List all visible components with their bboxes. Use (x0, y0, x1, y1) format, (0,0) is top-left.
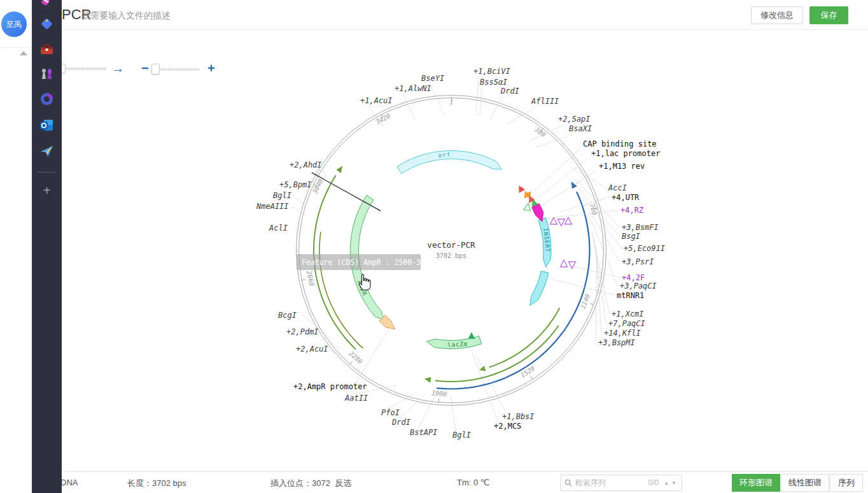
search-count: 0/0 (648, 478, 659, 487)
map-marker-triangle[interactable] (524, 203, 532, 211)
svg-text:+2,MCS: +2,MCS (494, 422, 521, 431)
svg-text:NmeAIII: NmeAIII (256, 202, 289, 211)
invert-selection-button[interactable]: 反选 (335, 478, 351, 488)
app-root: 13807601140152019002280266030403420orfAm… (0, 0, 868, 493)
map-label[interactable]: +1,BbsI (476, 355, 535, 421)
insert-position-value[interactable]: 3072 (312, 478, 330, 488)
svg-text:+3,PaqCI: +3,PaqCI (620, 282, 657, 290)
map-label[interactable]: BssSαI (480, 78, 507, 116)
map-label[interactable]: +4,2F (570, 266, 645, 282)
map-label[interactable]: NmeAIII (256, 202, 305, 215)
insert-position-line[interactable] (312, 173, 381, 211)
map-backbone (297, 96, 606, 406)
svg-text:+2,AmpR promoter: +2,AmpR promoter (293, 382, 367, 391)
svg-text:mtRNR1: mtRNR1 (617, 291, 644, 300)
svg-text:2660: 2660 (305, 270, 316, 287)
svg-text:+4,UTR: +4,UTR (612, 193, 640, 202)
rotate-slider-track[interactable] (66, 68, 107, 70)
svg-text:CAP binding site: CAP binding site (583, 139, 657, 148)
status-bar: DNA 长度：3702 bps 插入位点：3072 反选 Tm: 0 ℃ 检索序… (0, 471, 868, 493)
map-label[interactable]: BseYI (421, 74, 444, 114)
map-marker-triangle[interactable] (550, 218, 557, 224)
svg-text:+1,BbsI: +1,BbsI (502, 412, 535, 421)
svg-text:1140: 1140 (579, 293, 591, 310)
map-center-caption: vector-PCR3702 bps (427, 240, 475, 259)
svg-text:BseYI: BseYI (421, 74, 444, 83)
page-subtitle[interactable]: 我需要输入文件的描述 (81, 10, 171, 22)
map-label[interactable]: +1,lac promoter (538, 149, 660, 198)
map-arc-blue-ring[interactable] (437, 182, 589, 389)
svg-text:AflIII: AflIII (531, 97, 559, 106)
insert-position-label: 插入位点： (270, 478, 312, 488)
chess-icon[interactable] (39, 66, 54, 81)
map-label[interactable]: AclI (269, 224, 302, 234)
map-label[interactable]: +1,AlwNI (395, 84, 431, 120)
map-label[interactable]: +2,AmpR promoter (293, 327, 389, 391)
map-feature-insert-2[interactable] (530, 271, 549, 306)
insert-position-field: 插入位点：3072 反选 (270, 478, 351, 489)
map-marker-triangle[interactable] (515, 183, 525, 193)
svg-text:3702 bps: 3702 bps (436, 252, 466, 259)
save-button[interactable]: 保存 (809, 6, 848, 24)
map-marker-triangle[interactable] (565, 218, 572, 224)
modify-info-button[interactable]: 修改信息 (751, 6, 803, 24)
paper-plane-icon[interactable] (39, 144, 54, 159)
svg-text:BcgI: BcgI (278, 311, 297, 320)
svg-text:vector-PCR: vector-PCR (427, 240, 475, 250)
zoom-in-button[interactable]: + (207, 62, 215, 75)
svg-text:+3,BsmFI: +3,BsmFI (622, 223, 659, 232)
zoom-slider-handle[interactable] (151, 64, 160, 75)
map-tick: 2280 (347, 350, 363, 365)
svg-text:1900: 1900 (431, 389, 447, 397)
panel-divider (0, 47, 32, 48)
map-label[interactable]: DrdI (490, 87, 519, 118)
map-tick: 1520 (519, 365, 536, 380)
feature-tooltip: Feature (CDS) AmpR : 2500-3360 (297, 254, 421, 270)
svg-text:+1,AcuI: +1,AcuI (360, 96, 393, 105)
map-label[interactable]: +2,AhdI (290, 161, 326, 179)
toolbox-icon[interactable] (39, 42, 54, 57)
map-marker-triangle[interactable] (569, 262, 576, 268)
length-value: 3702 bps (152, 478, 186, 488)
svg-text:+7,PaqCI: +7,PaqCI (608, 319, 645, 328)
svg-text:+4,2F: +4,2F (622, 273, 645, 282)
dock-add-button[interactable]: + (32, 183, 62, 198)
svg-text:AatII: AatII (344, 394, 368, 403)
map-marker-triangle[interactable] (561, 261, 568, 267)
search-next-icon[interactable]: ▼ (671, 480, 676, 486)
zoom-slider-track[interactable] (160, 68, 200, 71)
rotate-arrow-icon[interactable]: → (111, 62, 124, 75)
search-input[interactable]: 检索序列 (575, 478, 648, 489)
tab-sequence[interactable]: 序列 (830, 474, 863, 492)
plasmid-map[interactable]: 13807601140152019002280266030403420orfAm… (0, 0, 868, 493)
svg-text:BglI: BglI (452, 431, 471, 439)
search-prev-icon[interactable]: ▲ (664, 480, 669, 486)
map-label[interactable]: +2,AcuI (296, 345, 349, 361)
user-panel: 至禹 (0, 4, 32, 493)
map-feature-insert-1[interactable]: INSERT (538, 218, 551, 267)
zoom-out-button[interactable]: − (141, 62, 149, 75)
svg-text:+1,lac promoter: +1,lac promoter (591, 149, 660, 158)
pen-icon[interactable] (39, 0, 54, 6)
loop-icon[interactable] (39, 92, 54, 106)
avatar[interactable]: 至禹 (1, 11, 27, 37)
tab-circular-map[interactable]: 环形图谱 (732, 474, 780, 492)
map-marker-triangle[interactable] (468, 332, 475, 339)
svg-text:orf: orf (438, 152, 451, 159)
sequence-search-box[interactable]: 检索序列 0/0 ▲ ▼ (560, 475, 682, 491)
map-label[interactable]: PfoI (381, 391, 418, 417)
map-feature-magenta-feature[interactable] (532, 204, 543, 222)
tab-linear-map[interactable]: 线性图谱 (781, 474, 829, 492)
map-arc-green-bottom-outer[interactable] (424, 325, 559, 383)
map-feature-orf[interactable]: orf (397, 151, 502, 174)
molecule-type[interactable]: DNA (60, 478, 78, 487)
outlook-icon[interactable] (39, 118, 54, 132)
svg-text:1: 1 (449, 99, 453, 106)
map-label[interactable]: AflIII (506, 97, 559, 125)
collapse-arrow-icon[interactable] (20, 51, 27, 55)
tag-icon[interactable] (39, 17, 54, 31)
map-tick: 2660 (302, 270, 315, 287)
svg-text:+5,Eco91I: +5,Eco91I (624, 244, 665, 253)
svg-text:+5,BpmI: +5,BpmI (279, 180, 312, 189)
map-marker-triangle[interactable] (558, 219, 565, 225)
